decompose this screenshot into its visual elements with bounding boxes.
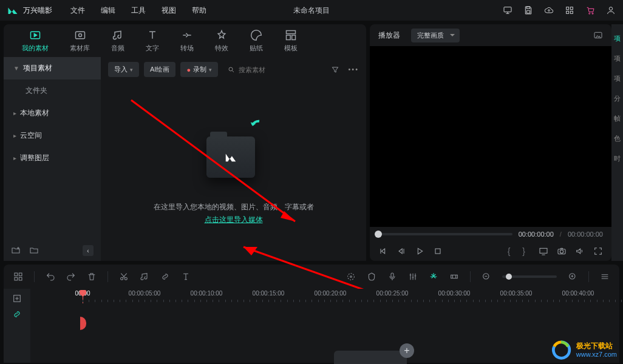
menu-edit[interactable]: 编辑 [101, 5, 115, 16]
menu-view[interactable]: 视图 [162, 5, 176, 16]
svg-rect-13 [287, 30, 296, 33]
monitor-icon[interactable] [503, 5, 512, 15]
menu-help[interactable]: 帮助 [192, 5, 206, 16]
cloud-upload-icon[interactable] [544, 5, 554, 15]
search-box[interactable] [223, 66, 326, 73]
svg-rect-34 [391, 273, 393, 277]
tab-template[interactable]: 模板 [284, 29, 298, 53]
timeline-ruler[interactable]: 00:00 00:00:05:00 00:00:10:00 00:00:15:0… [30, 290, 619, 303]
svg-point-33 [350, 276, 352, 278]
camera-icon[interactable] [557, 246, 567, 256]
display-icon[interactable] [539, 246, 548, 256]
svg-rect-29 [19, 277, 22, 280]
text-icon [146, 29, 159, 41]
tab-audio[interactable]: 音频 [111, 29, 124, 53]
time-total: 00:00:00:00 [568, 231, 603, 238]
svg-rect-35 [451, 275, 458, 278]
zoom-in-icon[interactable] [568, 272, 577, 281]
marker-icon[interactable] [367, 272, 376, 281]
music-icon[interactable] [140, 272, 149, 281]
color-wheel-icon[interactable] [346, 272, 356, 281]
menu-file[interactable]: 文件 [70, 5, 85, 16]
svg-rect-6 [570, 11, 573, 13]
template-icon [284, 29, 298, 41]
save-icon[interactable] [523, 5, 533, 15]
play-icon[interactable] [415, 246, 424, 256]
track-start-marker[interactable] [80, 317, 86, 330]
tab-my-media[interactable]: 我的素材 [22, 29, 49, 53]
sidebar-adjust[interactable]: ▸调整图层 [4, 147, 101, 169]
cart-icon[interactable] [585, 5, 595, 15]
media-drop-zone[interactable]: 在这里导入您本地的视频、图片、音频、字幕或者 点击这里导入媒体 [101, 82, 366, 261]
svg-point-32 [348, 274, 355, 280]
menu-tool[interactable]: 工具 [131, 5, 146, 16]
svg-rect-2 [526, 11, 529, 13]
svg-rect-23 [540, 248, 547, 253]
collapse-sidebar-button[interactable]: ‹ [83, 245, 94, 256]
svg-rect-28 [15, 277, 18, 280]
tab-sticker[interactable]: 贴纸 [250, 29, 263, 53]
mark-braces[interactable]: { } [508, 246, 530, 256]
timeline-menu-icon[interactable] [600, 272, 610, 281]
right-strip-top[interactable]: 项 [614, 34, 621, 43]
tab-text[interactable]: 文字 [146, 29, 159, 53]
add-track-icon[interactable] [12, 294, 22, 303]
undo-icon[interactable] [46, 272, 55, 281]
sidebar-local[interactable]: ▸本地素材 [4, 102, 101, 124]
snapshot-icon[interactable] [593, 30, 603, 40]
link-icon[interactable] [160, 272, 170, 281]
fullscreen-icon[interactable] [593, 246, 603, 256]
user-icon[interactable] [606, 5, 616, 15]
tab-stock[interactable]: 素材库 [70, 29, 90, 53]
folder-logo-icon [224, 150, 237, 164]
cut-icon[interactable] [119, 272, 129, 281]
folder-icon[interactable] [29, 246, 39, 255]
magnet-icon[interactable] [429, 272, 438, 281]
import-media-link[interactable]: 点击这里导入媒体 [205, 215, 263, 225]
drop-zone-text: 在这里导入您本地的视频、图片、音频、字幕或者 [154, 202, 314, 212]
prev-frame-icon[interactable] [378, 246, 388, 256]
add-clip-button[interactable]: + [400, 343, 414, 358]
ghost-clip[interactable]: + [334, 351, 407, 364]
delete-icon[interactable] [87, 272, 97, 281]
sidebar-folder[interactable]: 文件夹 [4, 79, 101, 102]
mic-icon[interactable] [387, 272, 397, 281]
media-sidebar: ▼项目素材 文件夹 ▸本地素材 ▸云空间 ▸调整图层 ‹ [4, 57, 101, 261]
tab-transition[interactable]: 转场 [180, 29, 194, 53]
text-tool-icon[interactable] [181, 272, 191, 281]
svg-point-8 [592, 13, 593, 14]
layout-icon[interactable] [13, 272, 23, 281]
zoom-out-icon[interactable] [482, 272, 491, 281]
redo-icon[interactable] [66, 272, 76, 281]
mixer-icon[interactable] [408, 272, 418, 281]
svg-rect-1 [526, 7, 529, 8]
step-back-icon[interactable] [397, 246, 406, 256]
filter-icon[interactable] [331, 66, 339, 74]
more-icon[interactable]: ••• [348, 66, 359, 74]
progress-slider[interactable] [378, 233, 512, 235]
apps-icon[interactable] [565, 5, 574, 15]
zoom-slider[interactable] [502, 275, 557, 278]
track-link-icon[interactable] [12, 309, 22, 319]
record-button[interactable]: ●录制▾ [180, 62, 218, 77]
import-folder-graphic [197, 118, 270, 191]
timeline[interactable]: 00:00 00:00:05:00 00:00:10:00 00:00:15:0… [4, 289, 619, 363]
svg-rect-26 [15, 273, 18, 276]
import-button[interactable]: 导入▾ [108, 62, 139, 77]
stock-icon [73, 29, 87, 41]
main-menu: 文件 编辑 工具 视图 帮助 [70, 5, 206, 16]
video-viewport[interactable] [370, 46, 611, 227]
tab-effect[interactable]: 特效 [215, 29, 228, 53]
ai-draw-button[interactable]: AI绘画 [144, 62, 175, 77]
transition-icon [180, 29, 194, 41]
svg-rect-3 [567, 7, 569, 10]
ripple-icon[interactable] [449, 272, 459, 281]
quality-selector[interactable]: 完整画质 [411, 29, 460, 42]
search-input[interactable] [239, 66, 287, 73]
sidebar-cloud[interactable]: ▸云空间 [4, 124, 101, 147]
sidebar-project-media[interactable]: ▼项目素材 [4, 57, 101, 79]
new-folder-icon[interactable] [11, 246, 21, 255]
volume-icon[interactable] [575, 246, 585, 256]
stop-icon[interactable] [433, 246, 443, 256]
svg-rect-11 [75, 32, 84, 39]
